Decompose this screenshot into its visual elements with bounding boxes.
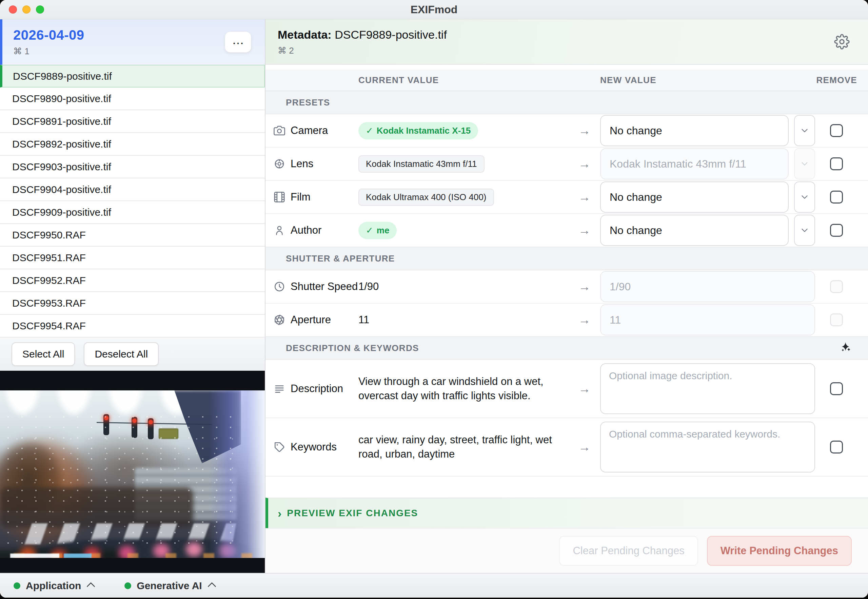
table-header: CURRENT VALUE NEW VALUE REMOVE: [266, 69, 868, 91]
chevron-up-icon: [207, 582, 216, 590]
status-item-generative-ai[interactable]: Generative AI: [125, 580, 215, 591]
section-title: SHUTTER & APERTURE: [286, 253, 395, 264]
metadata-table: CURRENT VALUE NEW VALUE REMOVE PRESETS C…: [266, 65, 868, 498]
file-list-item[interactable]: DSCF9891-positive.tif: [0, 110, 265, 133]
file-list-item[interactable]: DSCF9892-positive.tif: [0, 133, 265, 156]
arrow-icon: →: [578, 123, 600, 138]
keywords-new-value-textarea[interactable]: [600, 421, 815, 473]
list-actions: Select All Deselect All: [0, 337, 265, 371]
sidebar-header: 2026-04-09 ⌘ 1 …: [0, 20, 265, 65]
status-item-application[interactable]: Application: [14, 580, 95, 591]
film-dropdown-button[interactable]: [794, 181, 815, 213]
description-new-value-textarea[interactable]: [600, 363, 815, 414]
metadata-panel: Metadata: DSCF9889-positive.tif ⌘ 2 CURR…: [266, 20, 868, 573]
file-list-item[interactable]: DSCF9903-positive.tif: [0, 156, 265, 178]
status-item-label: Generative AI: [137, 580, 202, 591]
file-list-item[interactable]: DSCF9890-positive.tif: [0, 87, 265, 110]
gear-icon[interactable]: [834, 34, 850, 50]
row-label: Author: [291, 224, 321, 236]
author-icon: [273, 224, 285, 236]
row-label: Camera: [291, 125, 328, 137]
clear-pending-changes-button[interactable]: Clear Pending Changes: [559, 536, 698, 566]
sparkles-icon[interactable]: [838, 341, 852, 355]
file-list-item[interactable]: DSCF9950.RAF: [0, 224, 265, 247]
author-remove-checkbox[interactable]: [830, 224, 843, 237]
author-dropdown-button[interactable]: [794, 215, 815, 246]
shutter-speed-new-value-input: [600, 271, 815, 302]
file-list-item[interactable]: DSCF9951.RAF: [0, 247, 265, 269]
app-title: EXIFmod: [411, 3, 458, 16]
status-item-label: Application: [26, 580, 81, 591]
sidebar: 2026-04-09 ⌘ 1 … DSCF9889-positive.tif D…: [0, 20, 266, 573]
keywords-tag-icon: [273, 441, 285, 453]
row-label: Aperture: [291, 314, 331, 326]
metadata-row-lens: Lens Kodak Instamatic 43mm f/11 →: [266, 147, 868, 181]
preview-exif-changes-toggle[interactable]: › PREVIEW EXIF CHANGES: [266, 498, 868, 528]
file-list-item[interactable]: DSCF9954.RAF: [0, 315, 265, 337]
file-list: DSCF9889-positive.tif DSCF9890-positive.…: [0, 65, 265, 337]
metadata-row-film: Film Kodak Ultramax 400 (ISO 400) →: [266, 181, 868, 214]
deselect-all-button[interactable]: Deselect All: [84, 342, 159, 366]
file-list-item[interactable]: DSCF9952.RAF: [0, 269, 265, 292]
camera-new-value-input[interactable]: [600, 115, 788, 146]
arrow-icon: →: [578, 157, 600, 171]
section-title: DESCRIPTION & KEYWORDS: [286, 343, 419, 354]
title-bar: EXIFmod: [0, 0, 868, 20]
lens-remove-checkbox[interactable]: [830, 157, 843, 170]
chevron-up-icon: [86, 582, 95, 590]
section-presets: PRESETS: [266, 91, 868, 114]
select-all-button[interactable]: Select All: [12, 342, 75, 366]
minimize-button[interactable]: [23, 5, 30, 14]
row-label: Description: [291, 382, 343, 395]
close-button[interactable]: [9, 5, 17, 14]
metadata-shortcut: ⌘ 2: [278, 45, 868, 56]
file-list-item[interactable]: DSCF9953.RAF: [0, 292, 265, 315]
arrow-icon: →: [578, 440, 600, 454]
keywords-remove-checkbox[interactable]: [830, 441, 843, 453]
column-new-value: NEW VALUE: [600, 75, 815, 86]
chevron-right-icon: ›: [278, 507, 281, 519]
author-new-value-input[interactable]: [600, 215, 788, 246]
shutter-speed-remove-checkbox: [830, 280, 843, 293]
write-pending-changes-button[interactable]: Write Pending Changes: [707, 536, 852, 566]
camera-dropdown-button[interactable]: [794, 115, 815, 146]
file-list-item[interactable]: DSCF9909-positive.tif: [0, 201, 265, 224]
current-value-text: 1/90: [358, 280, 578, 294]
metadata-row-shutter-speed: Shutter Speed 1/90 →: [266, 270, 868, 304]
preview-photo: [0, 390, 265, 558]
metadata-row-keywords: Keywords car view, rainy day, street, tr…: [266, 418, 868, 477]
description-remove-checkbox[interactable]: [830, 382, 843, 395]
row-label: Lens: [291, 158, 313, 170]
arrow-icon: →: [578, 313, 600, 327]
film-icon: [273, 191, 285, 203]
aperture-icon: [273, 314, 285, 326]
metadata-row-camera: Camera ✓Kodak Instamatic X-15 →: [266, 114, 868, 147]
camera-icon: [273, 125, 285, 136]
arrow-icon: →: [578, 190, 600, 204]
aperture-remove-checkbox: [830, 313, 843, 326]
pending-changes-footer: Clear Pending Changes Write Pending Chan…: [266, 528, 868, 573]
row-label: Keywords: [291, 441, 337, 453]
metadata-row-description: Description View through a car windshiel…: [266, 360, 868, 418]
green-status-dot: [14, 582, 20, 589]
film-remove-checkbox[interactable]: [830, 191, 843, 203]
sidebar-menu-button[interactable]: …: [225, 32, 251, 53]
lens-dropdown-button: [794, 148, 815, 179]
camera-remove-checkbox[interactable]: [830, 124, 843, 137]
row-label: Film: [291, 191, 311, 203]
film-new-value-input[interactable]: [600, 181, 788, 213]
file-list-item[interactable]: DSCF9889-positive.tif: [0, 65, 265, 87]
metadata-header: Metadata: DSCF9889-positive.tif ⌘ 2: [266, 20, 868, 65]
lens-icon: [273, 158, 285, 170]
clock-icon: [273, 281, 285, 292]
current-value-badge: Kodak Ultramax 400 (ISO 400): [358, 188, 494, 206]
current-value-badge: Kodak Instamatic 43mm f/11: [358, 155, 485, 173]
current-value-text: View through a car windshield on a wet, …: [358, 375, 578, 403]
row-label: Shutter Speed: [291, 280, 358, 293]
zoom-button[interactable]: [36, 5, 44, 14]
file-list-item[interactable]: DSCF9904-positive.tif: [0, 178, 265, 201]
app-window: EXIFmod 2026-04-09 ⌘ 1 … DSCF9889-positi…: [0, 0, 868, 597]
arrow-icon: →: [578, 280, 600, 294]
section-description-keywords: DESCRIPTION & KEYWORDS: [266, 337, 868, 360]
image-preview: [0, 371, 265, 573]
